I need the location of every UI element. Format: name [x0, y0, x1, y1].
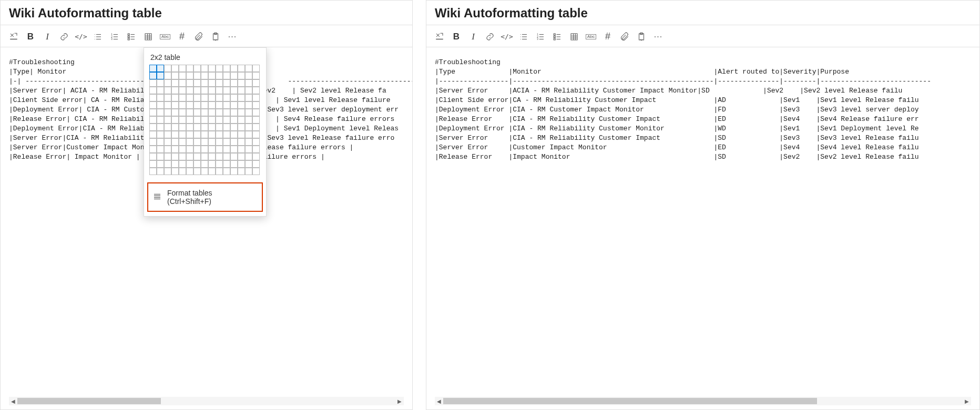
grid-cell[interactable]: [171, 146, 179, 153]
grid-cell[interactable]: [230, 109, 238, 116]
grid-cell[interactable]: [216, 168, 223, 175]
grid-cell[interactable]: [186, 65, 193, 72]
grid-cell[interactable]: [201, 138, 208, 146]
grid-cell[interactable]: [164, 72, 171, 79]
grid-cell[interactable]: [238, 94, 245, 101]
grid-cell[interactable]: [149, 138, 157, 146]
grid-cell[interactable]: [216, 94, 223, 101]
grid-cell[interactable]: [193, 79, 201, 87]
grid-cell[interactable]: [230, 65, 238, 72]
grid-cell[interactable]: [230, 124, 238, 131]
grid-cell[interactable]: [238, 168, 245, 175]
grid-cell[interactable]: [230, 87, 238, 94]
grid-cell[interactable]: [193, 124, 201, 131]
grid-cell[interactable]: [245, 146, 252, 153]
grid-cell[interactable]: [171, 101, 179, 109]
grid-cell[interactable]: [157, 131, 164, 138]
grid-cell[interactable]: [201, 160, 208, 168]
grid-cell[interactable]: [230, 94, 238, 101]
grid-cell[interactable]: [230, 101, 238, 109]
link-icon[interactable]: [56, 29, 72, 45]
grid-cell[interactable]: [201, 101, 208, 109]
grid-cell[interactable]: [193, 94, 201, 101]
grid-cell[interactable]: [245, 168, 252, 175]
scroll-left-arrow[interactable]: ◀: [435, 397, 443, 405]
grid-cell[interactable]: [223, 124, 230, 131]
grid-cell[interactable]: [149, 146, 157, 153]
grid-cell[interactable]: [223, 72, 230, 79]
grid-cell[interactable]: [149, 79, 157, 87]
grid-cell[interactable]: [149, 131, 157, 138]
grid-cell[interactable]: [216, 72, 223, 79]
grid-cell[interactable]: [193, 72, 201, 79]
grid-cell[interactable]: [193, 109, 201, 116]
grid-cell[interactable]: [186, 109, 193, 116]
grid-cell[interactable]: [223, 101, 230, 109]
grid-cell[interactable]: [171, 138, 179, 146]
code-icon[interactable]: </>: [73, 29, 89, 45]
grid-cell[interactable]: [179, 79, 186, 87]
grid-cell[interactable]: [252, 101, 260, 109]
grid-cell[interactable]: [201, 153, 208, 160]
grid-cell[interactable]: [252, 138, 260, 146]
heading-icon[interactable]: #: [600, 29, 616, 45]
grid-cell[interactable]: [149, 94, 157, 101]
grid-cell[interactable]: [208, 160, 216, 168]
grid-cell[interactable]: [223, 131, 230, 138]
grid-cell[interactable]: [230, 131, 238, 138]
grid-cell[interactable]: [186, 168, 193, 175]
grid-cell[interactable]: [208, 116, 216, 124]
scroll-right-arrow[interactable]: ▶: [395, 397, 404, 405]
editor-content-right[interactable]: #Troubleshooting |Type |Monitor |Alert r…: [426, 47, 979, 409]
grid-cell[interactable]: [201, 146, 208, 153]
scroll-thumb[interactable]: [17, 398, 161, 404]
grid-cell[interactable]: [216, 153, 223, 160]
grid-cell[interactable]: [201, 168, 208, 175]
grid-cell[interactable]: [230, 72, 238, 79]
grid-cell[interactable]: [171, 94, 179, 101]
grid-cell[interactable]: [164, 87, 171, 94]
grid-cell[interactable]: [238, 65, 245, 72]
grid-cell[interactable]: [179, 160, 186, 168]
grid-cell[interactable]: [186, 124, 193, 131]
grid-cell[interactable]: [201, 72, 208, 79]
grid-cell[interactable]: [171, 65, 179, 72]
grid-cell[interactable]: [193, 153, 201, 160]
grid-cell[interactable]: [171, 87, 179, 94]
grid-cell[interactable]: [223, 65, 230, 72]
grid-cell[interactable]: [208, 131, 216, 138]
bullet-list-icon[interactable]: [516, 29, 532, 45]
grid-cell[interactable]: [179, 109, 186, 116]
grid-cell[interactable]: [171, 160, 179, 168]
format-painter-icon[interactable]: [432, 29, 447, 45]
grid-cell[interactable]: [193, 146, 201, 153]
grid-cell[interactable]: [245, 101, 252, 109]
grid-cell[interactable]: [223, 146, 230, 153]
grid-cell[interactable]: [171, 124, 179, 131]
grid-cell[interactable]: [164, 101, 171, 109]
grid-cell[interactable]: [149, 168, 157, 175]
editor-content-left[interactable]: #Troubleshooting |Type| Monitor |-| ----…: [1, 47, 412, 409]
grid-cell[interactable]: [230, 153, 238, 160]
scroll-track[interactable]: [443, 397, 963, 405]
grid-cell[interactable]: [238, 101, 245, 109]
grid-cell[interactable]: [230, 146, 238, 153]
grid-cell[interactable]: [245, 94, 252, 101]
attachment-icon[interactable]: [617, 29, 632, 45]
table-grid-picker[interactable]: [144, 65, 266, 180]
grid-cell[interactable]: [179, 72, 186, 79]
grid-cell[interactable]: [164, 160, 171, 168]
italic-button[interactable]: I: [39, 29, 55, 45]
grid-cell[interactable]: [216, 65, 223, 72]
grid-cell[interactable]: [216, 79, 223, 87]
grid-cell[interactable]: [179, 131, 186, 138]
grid-cell[interactable]: [238, 116, 245, 124]
grid-cell[interactable]: [245, 65, 252, 72]
grid-cell[interactable]: [223, 138, 230, 146]
grid-cell[interactable]: [157, 101, 164, 109]
grid-cell[interactable]: [245, 79, 252, 87]
grid-cell[interactable]: [252, 153, 260, 160]
horizontal-scrollbar[interactable]: ◀ ▶: [435, 397, 971, 405]
grid-cell[interactable]: [157, 160, 164, 168]
grid-cell[interactable]: [149, 65, 157, 72]
